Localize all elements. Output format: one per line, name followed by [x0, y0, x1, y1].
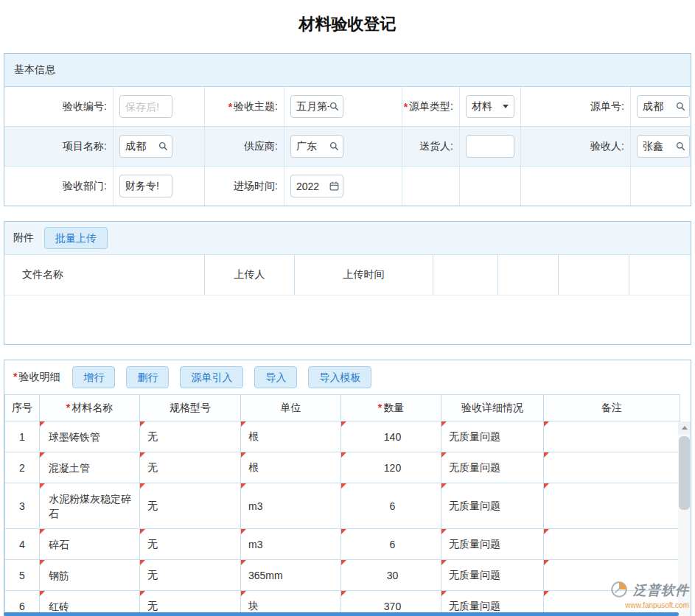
horizontal-scrollbar[interactable]: [4, 612, 679, 616]
header-text: 材料名称: [71, 402, 113, 413]
cell-unit[interactable]: m3: [241, 483, 341, 529]
source-import-button[interactable]: 源单引入: [180, 366, 243, 388]
cell-qty[interactable]: 140: [341, 421, 441, 452]
source-type-select[interactable]: 材料: [466, 95, 514, 118]
calendar-icon[interactable]: [329, 181, 339, 191]
basic-info-section-title: 基本信息: [4, 54, 691, 87]
subject-cell: [284, 87, 402, 126]
cell-row-no: 5: [5, 560, 40, 591]
detail-panel: *验收明细 增行 删行 源单引入 导入 导入模板 序号 *材料名称 规格型号 单…: [4, 360, 691, 616]
source-type-label: *源单类型:: [402, 87, 460, 126]
source-type-value: 材料: [472, 100, 492, 113]
cell-qty[interactable]: 6: [341, 483, 441, 529]
detail-header-row: 序号 *材料名称 规格型号 单位 *数量 验收详细情况 备注: [5, 395, 680, 421]
source-no-input-box[interactable]: [637, 95, 690, 118]
acceptor-input[interactable]: [643, 141, 676, 153]
subject-input[interactable]: [296, 101, 329, 113]
label-text: 验收部门:: [63, 180, 107, 193]
acceptor-input-box[interactable]: [637, 135, 690, 158]
cell-material-name[interactable]: 水泥粉煤灰稳定碎石: [40, 483, 140, 529]
cell-status[interactable]: 无质量问题: [441, 529, 544, 560]
empty-cell: [460, 167, 521, 206]
table-row: 1 球墨铸铁管 无 根 140 无质量问题: [5, 421, 680, 452]
cell-status[interactable]: 无质量问题: [441, 483, 544, 529]
cell-status[interactable]: 无质量问题: [441, 560, 544, 591]
scrollbar-thumb[interactable]: [679, 436, 690, 510]
cell-unit[interactable]: 根: [241, 421, 341, 452]
deliverer-input-box[interactable]: [466, 135, 514, 158]
cell-material-name[interactable]: 混凝土管: [40, 452, 140, 483]
entry-time-input[interactable]: [296, 181, 329, 192]
scroll-up-button[interactable]: [678, 421, 691, 434]
department-input-box[interactable]: [119, 175, 172, 197]
acceptance-no-input[interactable]: [125, 101, 168, 113]
search-icon[interactable]: [329, 141, 339, 151]
search-icon[interactable]: [676, 141, 685, 151]
cell-remark[interactable]: [544, 452, 680, 483]
attachments-table-header: 文件名称 上传人 上传时间: [4, 255, 691, 295]
cell-spec[interactable]: 无: [140, 452, 241, 483]
acceptance-no-input-box[interactable]: [119, 95, 172, 118]
cell-remark[interactable]: [544, 483, 680, 529]
department-input[interactable]: [125, 181, 168, 192]
cell-qty[interactable]: 6: [341, 529, 441, 560]
empty-column-header: [629, 255, 691, 295]
cell-spec[interactable]: 无: [140, 421, 241, 452]
search-icon[interactable]: [329, 102, 339, 111]
cell-unit[interactable]: 根: [241, 452, 341, 483]
batch-upload-button[interactable]: 批量上传: [44, 227, 108, 249]
label-text: 源单类型:: [409, 100, 453, 113]
project-name-input-box[interactable]: [119, 135, 172, 158]
cell-spec[interactable]: 无: [140, 529, 241, 560]
search-icon[interactable]: [676, 102, 685, 111]
source-no-label: 源单号:: [521, 87, 631, 126]
cell-status[interactable]: 无质量问题: [441, 421, 544, 452]
deliverer-label: 送货人:: [402, 127, 460, 166]
cell-spec[interactable]: 无: [140, 483, 241, 529]
label-text: 项目名称:: [63, 140, 107, 153]
cell-material-name[interactable]: 钢筋: [40, 560, 140, 591]
cell-material-name[interactable]: 碎石: [40, 529, 140, 560]
add-row-button[interactable]: 增行: [72, 366, 115, 388]
supplier-input-box[interactable]: [290, 135, 343, 158]
supplier-input[interactable]: [296, 141, 329, 153]
source-no-input[interactable]: [643, 101, 676, 113]
uploader-column-header: 上传人: [205, 255, 295, 295]
attachments-title: 附件: [13, 231, 34, 245]
acceptance-no-label: 验收编号:: [4, 87, 113, 126]
deliverer-input[interactable]: [472, 141, 510, 153]
cell-unit[interactable]: m3: [241, 529, 341, 560]
project-name-cell: [113, 127, 205, 166]
import-button[interactable]: 导入: [254, 366, 297, 388]
search-icon[interactable]: [158, 141, 168, 151]
entry-time-input-box[interactable]: [290, 175, 343, 197]
entry-time-label: 进场时间:: [205, 167, 284, 206]
page-title: 材料验收登记: [0, 13, 695, 35]
import-template-button[interactable]: 导入模板: [308, 366, 371, 388]
col-remark-header: 备注: [544, 395, 680, 421]
subject-input-box[interactable]: [290, 95, 343, 118]
watermark-url: www.fanpusoft.com: [610, 601, 689, 609]
col-spec-header: 规格型号: [140, 395, 241, 421]
cell-row-no: 4: [5, 529, 40, 560]
detail-table: 序号 *材料名称 规格型号 单位 *数量 验收详细情况 备注 1 球墨铸铁管 无…: [4, 394, 680, 616]
cell-unit[interactable]: 365mm: [241, 560, 341, 591]
delete-row-button[interactable]: 删行: [126, 366, 169, 388]
cell-status[interactable]: 无质量问题: [441, 452, 544, 483]
detail-section-title: *验收明细: [13, 371, 60, 384]
fanpu-logo-icon: [610, 579, 630, 601]
cell-remark[interactable]: [544, 529, 680, 560]
header-text: 数量: [383, 402, 404, 413]
cell-row-no: 2: [5, 452, 40, 483]
source-type-cell: 材料: [460, 87, 521, 126]
required-mark: *: [228, 101, 232, 113]
table-row: 2 混凝土管 无 根 120 无质量问题: [5, 452, 680, 483]
cell-material-name[interactable]: 球墨铸铁管: [40, 421, 140, 452]
empty-column-header: [559, 255, 629, 295]
cell-qty[interactable]: 120: [341, 452, 441, 483]
cell-remark[interactable]: [544, 421, 680, 452]
cell-qty[interactable]: 30: [341, 560, 441, 591]
project-name-input[interactable]: [125, 141, 158, 153]
empty-cell: [402, 167, 460, 206]
cell-spec[interactable]: 无: [140, 560, 241, 591]
